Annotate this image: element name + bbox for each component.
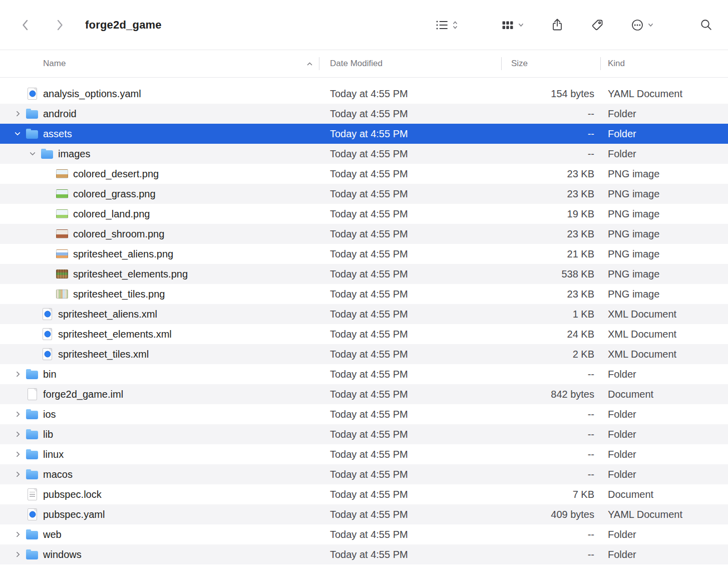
file-name: spritesheet_tiles.png [73,289,165,300]
indent-spacer [0,314,26,315]
table-row[interactable]: lib Today at 4:55 PM -- Folder [0,424,728,444]
file-kind: PNG image [600,208,728,220]
table-row[interactable]: bin Today at 4:55 PM -- Folder [0,364,728,384]
table-row[interactable]: colored_desert.png Today at 4:55 PM 23 K… [0,164,728,184]
table-row[interactable]: spritesheet_elements.xml Today at 4:55 P… [0,324,728,344]
share-button[interactable] [551,18,564,32]
indent-spacer [0,274,41,274]
table-row[interactable]: spritesheet_aliens.xml Today at 4:55 PM … [0,304,728,324]
column-header-name[interactable]: Name [0,50,319,77]
table-row[interactable]: colored_land.png Today at 4:55 PM 19 KB … [0,204,728,224]
image-grass-icon [56,189,68,198]
image-aliens-icon [56,249,68,258]
file-date-modified: Today at 4:55 PM [319,88,501,100]
table-row[interactable]: images Today at 4:55 PM -- Folder [0,144,728,164]
table-row[interactable]: web Today at 4:55 PM -- Folder [0,524,728,544]
column-header-kind[interactable]: Kind [600,50,728,77]
forward-chevron-icon [53,18,66,33]
table-row[interactable]: spritesheet_tiles.xml Today at 4:55 PM 2… [0,344,728,364]
file-kind: Folder [600,128,728,140]
file-date-modified: Today at 4:55 PM [319,409,501,420]
disclosure-chevron[interactable] [11,127,24,140]
file-kind: YAML Document [600,88,728,100]
table-row[interactable]: linux Today at 4:55 PM -- Folder [0,444,728,464]
file-name: spritesheet_tiles.xml [58,349,149,360]
file-date-modified: Today at 4:55 PM [319,309,501,320]
file-size: 24 KB [501,329,600,340]
file-date-modified: Today at 4:55 PM [319,509,501,520]
column-header-size[interactable]: Size [501,50,600,77]
disclosure-chevron [41,227,54,240]
doc-icon [28,388,37,400]
indent-spacer [0,194,41,194]
table-row[interactable]: windows Today at 4:55 PM -- Folder [0,544,728,564]
disclosure-chevron[interactable] [11,428,24,441]
indent-spacer [0,94,11,94]
name-cell: android [0,107,319,120]
indent-spacer [0,254,41,254]
file-name: pubspec.lock [43,489,102,500]
table-row[interactable]: pubspec.yaml Today at 4:55 PM 409 bytes … [0,504,728,524]
file-kind: XML Document [600,309,728,320]
indent-spacer [0,334,26,335]
table-row[interactable]: android Today at 4:55 PM -- Folder [0,104,728,124]
yaml-doc-icon [28,508,37,520]
disclosure-chevron[interactable] [11,468,24,481]
disclosure-chevron [11,87,24,100]
column-label-date-modified: Date Modified [330,59,383,69]
forward-button[interactable] [53,17,66,33]
file-date-modified: Today at 4:55 PM [319,449,501,460]
file-date-modified: Today at 4:55 PM [319,228,501,240]
name-cell: images [0,147,319,160]
group-by-button[interactable] [501,19,524,32]
file-name: linux [43,449,64,460]
file-date-modified: Today at 4:55 PM [319,188,501,200]
disclosure-chevron [41,288,54,301]
file-size: 2 KB [501,349,600,360]
disclosure-chevron[interactable] [11,448,24,461]
disclosure-chevron[interactable] [11,368,24,381]
tag-button[interactable] [591,19,604,32]
folder-icon [26,451,38,459]
file-date-modified: Today at 4:55 PM [319,529,501,540]
file-size: -- [501,429,600,440]
search-button[interactable] [699,18,713,32]
table-row[interactable]: spritesheet_elements.png Today at 4:55 P… [0,264,728,284]
more-options-button[interactable] [631,19,653,32]
file-name: colored_desert.png [73,168,159,180]
disclosure-chevron[interactable] [26,147,39,160]
table-row[interactable]: macos Today at 4:55 PM -- Folder [0,464,728,484]
indent-spacer [0,354,26,355]
back-button[interactable] [19,17,32,33]
table-row[interactable]: ios Today at 4:55 PM -- Folder [0,404,728,424]
file-date-modified: Today at 4:55 PM [319,108,501,120]
indent-spacer [0,234,41,234]
file-size: 154 bytes [501,88,600,100]
table-row[interactable]: colored_grass.png Today at 4:55 PM 23 KB… [0,184,728,204]
indent-spacer [0,374,11,375]
indent-spacer [0,494,11,495]
toolbar: forge2d_game [0,0,728,50]
disclosure-chevron[interactable] [11,408,24,421]
disclosure-chevron[interactable] [11,107,24,120]
table-row[interactable]: pubspec.lock Today at 4:55 PM 7 KB Docum… [0,484,728,504]
folder-icon [26,411,38,419]
table-row[interactable]: assets Today at 4:55 PM -- Folder [0,124,728,144]
column-header-date-modified[interactable]: Date Modified [319,50,501,77]
view-mode-button[interactable] [435,19,458,32]
table-row[interactable]: spritesheet_tiles.png Today at 4:55 PM 2… [0,284,728,304]
file-kind: PNG image [600,289,728,300]
file-date-modified: Today at 4:55 PM [319,128,501,140]
name-cell: linux [0,448,319,461]
disclosure-chevron[interactable] [11,548,24,561]
file-date-modified: Today at 4:55 PM [319,289,501,300]
disclosure-chevron[interactable] [11,528,24,541]
folder-icon [41,150,53,159]
table-row[interactable]: forge2d_game.iml Today at 4:55 PM 842 by… [0,384,728,404]
file-date-modified: Today at 4:55 PM [319,549,501,560]
table-row[interactable]: analysis_options.yaml Today at 4:55 PM 1… [0,84,728,104]
table-row[interactable]: spritesheet_aliens.png Today at 4:55 PM … [0,244,728,264]
image-shroom-icon [56,229,68,238]
table-row[interactable]: colored_shroom.png Today at 4:55 PM 23 K… [0,224,728,244]
indent-spacer [0,154,26,154]
